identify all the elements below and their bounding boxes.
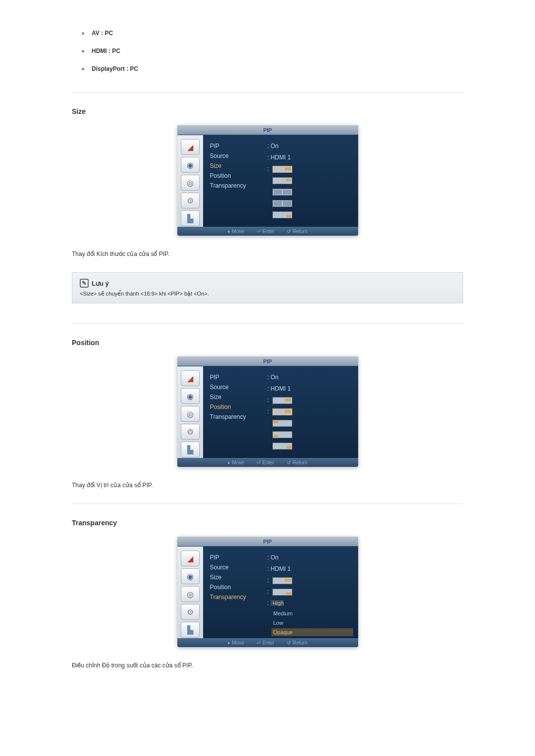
list-item-text: AV : PC <box>92 30 113 37</box>
section-divider <box>72 92 463 93</box>
value-size: : <box>268 575 353 585</box>
section-divider <box>72 323 463 324</box>
menu-item-source: Source <box>208 562 268 572</box>
menu-item-position: Position <box>208 171 268 181</box>
sound-icon: ◉ <box>181 568 200 584</box>
opt-opaque: Opaque <box>271 628 353 636</box>
osd-footer: ♦Move ⏎Enter ↺Return <box>177 638 358 647</box>
transparency-section: Transparency PIP ◢ ◉ ◎ ⚙ ▙ PIP Source <box>72 519 463 669</box>
osd-screenshot: PIP ◢ ◉ ◎ ⚙ ▙ PIP Source Size Position <box>72 356 463 467</box>
footer-return: ↺Return <box>287 229 308 234</box>
note-box: ✎ Lưu ý <Size> sẽ chuyển thành <16:9> kh… <box>72 272 463 303</box>
move-icon: ♦ <box>227 640 230 646</box>
value-on: : On <box>268 553 353 562</box>
list-item-text: HDMI : PC <box>92 48 120 54</box>
osd-title-bar: PIP <box>177 537 358 547</box>
menu-item-source: Source <box>208 382 268 392</box>
value-opt <box>268 187 353 197</box>
value-hdmi: : HDMI 1 <box>268 564 353 574</box>
value-opt <box>268 198 353 208</box>
osd-title-bar: PIP <box>177 125 358 135</box>
move-icon: ♦ <box>227 460 230 465</box>
value-on: : On <box>268 372 353 382</box>
value-hdmi: : HDMI 1 <box>268 152 353 162</box>
osd-title: PIP <box>263 539 272 545</box>
osd-menu-size: PIP ◢ ◉ ◎ ⚙ ▙ PIP Source Size Position <box>177 125 358 236</box>
menu-item-pip: PIP <box>208 553 268 562</box>
osd-screenshot: PIP ◢ ◉ ◎ ⚙ ▙ PIP Source Size Position <box>72 537 463 647</box>
menu-item-pip: PIP <box>208 141 268 151</box>
enter-icon: ⏎ <box>257 640 261 646</box>
osd-title: PIP <box>263 127 272 133</box>
list-item: HDMI : PC <box>82 48 463 54</box>
osd-screenshot: PIP ◢ ◉ ◎ ⚙ ▙ PIP Source Size Position <box>72 125 463 236</box>
value-position-selected: : <box>268 406 353 416</box>
info-icon: ▙ <box>181 210 200 226</box>
bullet-icon <box>82 68 84 70</box>
value-opt <box>268 175 353 185</box>
section-header: Transparency <box>72 519 463 527</box>
osd-footer: ♦Move ⏎Enter ↺Return <box>177 458 358 467</box>
opt-medium: Medium <box>271 609 353 617</box>
size-section: Size PIP ◢ ◉ ◎ ⚙ ▙ PIP Source Size <box>72 107 463 303</box>
menu-item-pip: PIP <box>208 372 268 382</box>
menu-item-size: Size <box>208 161 268 171</box>
note-body: <Size> sẽ chuyển thành <16:9> khi <PIP> … <box>80 291 455 297</box>
transparency-description: Điều chỉnh Độ trong suốt của các cửa sổ … <box>72 662 463 669</box>
menu-item-transparency: Transparency <box>208 181 268 191</box>
value-opt <box>268 209 353 219</box>
picture-icon: ◢ <box>181 370 200 386</box>
menu-item-position: Position <box>208 582 268 592</box>
footer-enter: ⏎Enter <box>257 460 274 465</box>
menu-item-position: Position <box>208 402 268 412</box>
position-section: Position PIP ◢ ◉ ◎ ⚙ ▙ PIP Source Size <box>72 339 463 489</box>
return-icon: ↺ <box>287 640 291 646</box>
menu-item-size: Size <box>208 572 268 582</box>
section-header: Position <box>72 339 463 347</box>
osd-title-bar: PIP <box>177 356 358 366</box>
section-divider <box>72 504 463 504</box>
note-title: Lưu ý <box>92 280 109 287</box>
value-on: : On <box>268 141 353 151</box>
value-opt <box>268 441 353 451</box>
osd-title: PIP <box>263 358 272 364</box>
osd-sidebar: ◢ ◉ ◎ ⚙ ▙ <box>177 547 203 638</box>
value-size: : <box>268 395 353 405</box>
settings-icon: ⚙ <box>181 604 200 620</box>
footer-enter: ⏎Enter <box>257 640 274 646</box>
footer-enter: ⏎Enter <box>257 229 274 234</box>
note-icon: ✎ <box>80 279 89 288</box>
list-item-text: DisplayPort : PC <box>92 65 138 72</box>
osd-sidebar: ◢ ◉ ◎ ⚙ ▙ <box>177 366 203 458</box>
sound-icon: ◉ <box>181 388 200 404</box>
bullet-icon <box>82 32 84 35</box>
settings-icon: ⚙ <box>181 193 200 208</box>
picture-icon: ◢ <box>181 551 200 566</box>
input-source-list: AV : PC HDMI : PC DisplayPort : PC <box>72 30 463 72</box>
osd-menu-transparency: PIP ◢ ◉ ◎ ⚙ ▙ PIP Source Size Position <box>177 537 358 647</box>
list-item: AV : PC <box>82 30 463 37</box>
sound-icon: ◉ <box>181 157 200 173</box>
osd-menu-position: PIP ◢ ◉ ◎ ⚙ ▙ PIP Source Size Position <box>177 356 358 467</box>
size-description: Thay đổi Kích thước của cửa sổ PIP. <box>72 251 463 257</box>
bullet-icon <box>82 50 84 52</box>
input-icon: ◎ <box>181 406 200 422</box>
info-icon: ▙ <box>181 442 200 457</box>
osd-footer: ♦Move ⏎Enter ↺Return <box>177 227 358 236</box>
opt-low: Low <box>271 619 353 627</box>
footer-move: ♦Move <box>227 460 244 465</box>
footer-move: ♦Move <box>227 640 244 646</box>
footer-move: ♦Move <box>227 229 244 234</box>
picture-icon: ◢ <box>181 139 200 155</box>
enter-icon: ⏎ <box>257 229 261 234</box>
input-icon: ◎ <box>181 586 200 602</box>
enter-icon: ⏎ <box>257 460 261 465</box>
value-transparency-selected: : High <box>268 598 353 608</box>
info-icon: ▙ <box>181 622 200 638</box>
footer-return: ↺Return <box>287 460 308 465</box>
value-opt <box>268 429 353 439</box>
section-header: Size <box>72 107 463 115</box>
menu-item-transparency: Transparency <box>208 412 268 422</box>
menu-item-source: Source <box>208 151 268 161</box>
value-opt <box>268 418 353 428</box>
